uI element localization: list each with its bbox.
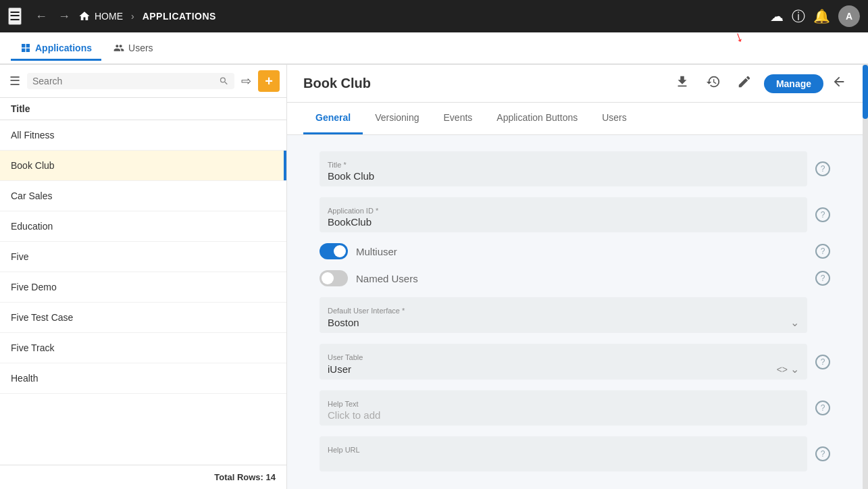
download-icon xyxy=(675,74,690,89)
multiuser-toggle[interactable] xyxy=(320,243,348,259)
sidebar-item-five-test-case[interactable]: Five Test Case xyxy=(0,303,286,333)
edit-button[interactable] xyxy=(733,72,756,95)
code-icon[interactable]: <> xyxy=(777,364,788,375)
multiuser-row: Multiuser ? xyxy=(320,243,830,259)
sidebar-footer: Total Rows: 14 xyxy=(0,465,286,489)
forward-nav-button[interactable]: → xyxy=(55,7,73,26)
default-ui-field[interactable]: Default User Interface * Boston ⌄ xyxy=(320,297,807,333)
app-id-row: Application ID * ? xyxy=(320,197,830,232)
tab-versioning[interactable]: Versioning xyxy=(363,103,431,134)
notifications-icon-button[interactable]: 🔔 xyxy=(813,8,830,24)
content-header: Book Club Manage xyxy=(287,65,863,103)
user-table-chevron-icon: ⌄ xyxy=(790,363,799,376)
avatar[interactable]: A xyxy=(838,5,860,27)
sidebar-item-health[interactable]: Health xyxy=(0,363,286,394)
user-table-icons: <> ⌄ xyxy=(777,363,799,376)
app-id-help-icon[interactable]: ? xyxy=(815,207,830,222)
help-text-help-icon[interactable]: ? xyxy=(815,401,830,415)
content-tabs: General Versioning Events Application Bu… xyxy=(287,103,863,135)
tabbar: Applications Users xyxy=(0,32,868,65)
sidebar-item-car-sales[interactable]: Car Sales xyxy=(0,181,286,211)
default-ui-row: Default User Interface * Boston ⌄ xyxy=(320,297,830,333)
sidebar-export-button[interactable]: ⇨ xyxy=(238,71,254,91)
sidebar-add-button[interactable]: + xyxy=(258,70,280,92)
main-layout: ☰ ⇨ + Title All Fitness Book Club Car Sa… xyxy=(0,65,868,489)
app-id-field[interactable]: Application ID * xyxy=(320,197,807,232)
tab-applications[interactable]: Applications xyxy=(11,37,101,61)
sidebar-item-five[interactable]: Five xyxy=(0,242,286,272)
title-label: Title * xyxy=(328,161,799,169)
help-text-label: Help Text xyxy=(328,400,799,408)
edit-icon xyxy=(737,74,752,89)
sidebar-list: All Fitness Book Club Car Sales Educatio… xyxy=(0,120,286,465)
help-url-row: Help URL ? xyxy=(320,436,830,471)
user-table-value: iUser xyxy=(328,363,777,375)
user-table-label: User Table xyxy=(328,353,799,361)
title-input[interactable] xyxy=(328,170,799,182)
history-icon xyxy=(706,74,721,89)
home-link[interactable]: HOME xyxy=(78,10,123,22)
sidebar-item-book-club[interactable]: Book Club xyxy=(0,151,286,181)
sidebar-header: Title xyxy=(0,98,286,120)
named-users-toggle[interactable] xyxy=(320,270,348,286)
user-table-row: User Table iUser <> ⌄ ? xyxy=(320,344,830,380)
title-help-icon[interactable]: ? xyxy=(815,161,830,176)
user-table-field-wrapper: User Table iUser <> ⌄ xyxy=(320,344,807,380)
title-field[interactable]: Title * xyxy=(320,151,807,186)
sidebar-item-five-track[interactable]: Five Track xyxy=(0,333,286,363)
sidebar-search-box xyxy=(27,73,234,89)
user-table-help-icon[interactable]: ? xyxy=(815,355,830,369)
tab-users[interactable]: Users xyxy=(590,103,639,134)
tab-general[interactable]: General xyxy=(303,103,363,134)
help-icon-button[interactable]: ⓘ xyxy=(792,7,805,26)
app-id-label: Application ID * xyxy=(328,207,799,215)
named-users-help-icon[interactable]: ? xyxy=(815,271,830,286)
multiuser-label: Multiuser xyxy=(356,246,397,257)
sidebar-filter-button[interactable]: ☰ xyxy=(7,71,23,91)
download-button[interactable] xyxy=(671,72,694,95)
default-ui-chevron-icon: ⌄ xyxy=(790,316,799,329)
breadcrumb-applications: APPLICATIONS xyxy=(143,11,216,22)
sidebar-item-education[interactable]: Education xyxy=(0,211,286,242)
named-users-label: Named Users xyxy=(356,273,418,284)
tab-users-label: Users xyxy=(128,43,153,53)
content-scrollbar[interactable] xyxy=(863,65,868,489)
svg-rect-2 xyxy=(22,48,25,51)
help-text-field-wrapper: Help Text Click to add xyxy=(320,390,807,426)
help-url-field[interactable]: Help URL xyxy=(320,436,807,471)
back-nav-button[interactable]: ← xyxy=(32,7,50,26)
default-ui-field-wrapper: Default User Interface * Boston ⌄ xyxy=(320,297,807,333)
manage-button[interactable]: Manage xyxy=(764,74,823,93)
sidebar-item-all-fitness[interactable]: All Fitness xyxy=(0,120,286,151)
default-ui-label: Default User Interface * xyxy=(328,307,799,315)
applications-tab-icon xyxy=(20,43,31,53)
user-table-field[interactable]: User Table iUser <> ⌄ xyxy=(320,344,807,380)
sidebar-item-five-demo[interactable]: Five Demo xyxy=(0,272,286,303)
help-url-input[interactable] xyxy=(328,455,799,467)
breadcrumb-chevron: › xyxy=(131,11,134,22)
total-rows-label: Total Rows: 14 xyxy=(214,472,276,482)
topbar: ☰ ← → HOME › APPLICATIONS ☁ ⓘ 🔔 A xyxy=(0,0,868,32)
multiuser-help-icon[interactable]: ? xyxy=(815,244,830,259)
tab-users[interactable]: Users xyxy=(104,37,163,61)
help-url-help-icon[interactable]: ? xyxy=(815,446,830,461)
named-users-row: Named Users ? xyxy=(320,270,830,286)
search-input[interactable] xyxy=(32,76,216,86)
topbar-right: ☁ ⓘ 🔔 A xyxy=(770,5,860,27)
app-id-input[interactable] xyxy=(328,216,799,228)
tab-events[interactable]: Events xyxy=(432,103,485,134)
history-button[interactable] xyxy=(702,72,725,95)
tab-application-buttons[interactable]: Application Buttons xyxy=(484,103,590,134)
hamburger-button[interactable]: ☰ xyxy=(8,7,22,25)
svg-rect-0 xyxy=(22,44,25,47)
named-users-toggle-wrapper: Named Users xyxy=(320,270,807,286)
back-button[interactable] xyxy=(832,74,846,93)
svg-rect-1 xyxy=(26,44,30,47)
sidebar: ☰ ⇨ + Title All Fitness Book Club Car Sa… xyxy=(0,65,287,489)
help-url-field-wrapper: Help URL xyxy=(320,436,807,471)
default-ui-value: Boston xyxy=(328,317,790,328)
cloud-icon-button[interactable]: ☁ xyxy=(770,8,784,24)
multiuser-toggle-wrapper: Multiuser xyxy=(320,243,807,259)
form-area: Title * ? Application ID * ? xyxy=(287,135,863,488)
help-text-field[interactable]: Help Text Click to add xyxy=(320,390,807,426)
